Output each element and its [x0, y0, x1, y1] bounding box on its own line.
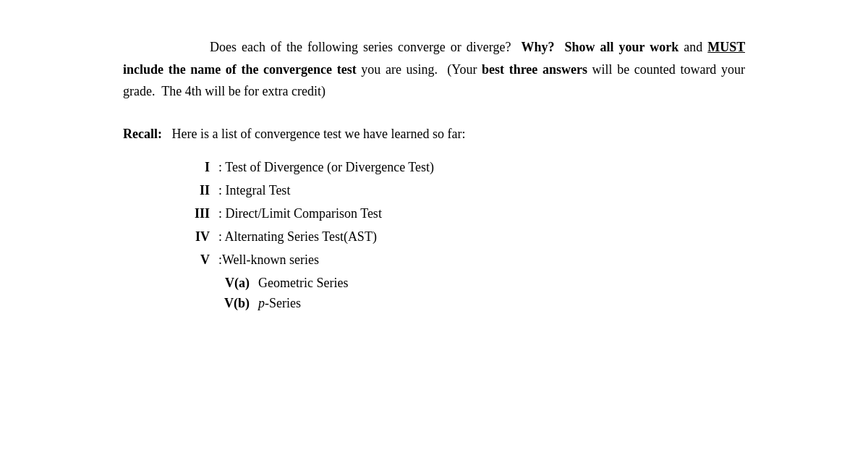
recall-text: Here is a list of convergence test we ha…	[171, 127, 465, 141]
list-text-V: :Well-known series	[218, 253, 319, 266]
sub-text-Vb: p-Series	[258, 297, 301, 310]
list-text-II: : Integral Test	[218, 184, 290, 197]
sub-item-Va: V(a) Geometric Series	[210, 276, 745, 289]
sub-text-Va: Geometric Series	[258, 276, 348, 289]
list-label-I: I	[166, 161, 210, 174]
recall-label: Recall:	[123, 127, 162, 141]
list-text-IV: : Alternating Series Test(AST)	[218, 230, 377, 243]
list-item: V :Well-known series	[166, 253, 745, 266]
list-item: IV : Alternating Series Test(AST)	[166, 230, 745, 243]
sub-list: V(a) Geometric Series V(b) p-Series	[210, 276, 745, 310]
list-item: II : Integral Test	[166, 184, 745, 197]
sub-label-Va: V(a)	[210, 276, 250, 289]
list-item: I : Test of Divergence (or Divergence Te…	[166, 161, 745, 174]
page-content: Does each of the following series conver…	[109, 0, 760, 339]
intro-paragraph: Does each of the following series conver…	[123, 36, 745, 103]
list-label-V: V	[166, 253, 210, 266]
sub-item-Vb: V(b) p-Series	[210, 297, 745, 310]
list-text-III: : Direct/Limit Comparison Test	[218, 207, 382, 220]
sub-label-Vb: V(b)	[210, 297, 250, 310]
list-label-IV: IV	[166, 230, 210, 243]
list-text-I: : Test of Divergence (or Divergence Test…	[218, 161, 434, 174]
recall-section: Recall: Here is a list of convergence te…	[123, 123, 745, 145]
list-label-II: II	[166, 184, 210, 197]
convergence-list: I : Test of Divergence (or Divergence Te…	[166, 161, 745, 310]
list-label-III: III	[166, 207, 210, 220]
list-item: III : Direct/Limit Comparison Test	[166, 207, 745, 220]
